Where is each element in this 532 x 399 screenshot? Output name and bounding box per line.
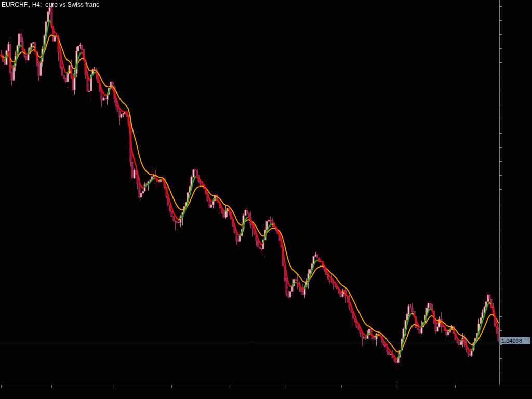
- price-axis[interactable]: 1.076601.075101.073601.072101.070601.069…: [500, 0, 532, 385]
- current-price-tag: 1.04098: [500, 337, 530, 344]
- chart-symbol-title: EURCHF., H4: euro vs Swiss franc: [2, 1, 99, 8]
- time-axis[interactable]: 13 Oct 202121 Oct 00:0028 Oct 08:004 Nov…: [0, 385, 532, 399]
- candlestick-chart-pane[interactable]: [0, 0, 532, 399]
- chart-window: EURCHF., H4: euro vs Swiss franc 1.07660…: [0, 0, 532, 399]
